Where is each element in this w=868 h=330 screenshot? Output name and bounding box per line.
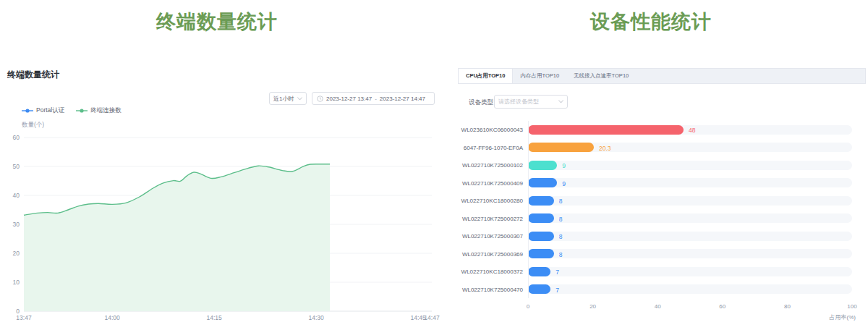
- device-label: WL022710K725000307: [458, 233, 523, 240]
- right-section-title: 设备性能统计: [434, 9, 868, 35]
- device-type-placeholder: 请选择设备类型: [498, 98, 539, 106]
- chevron-down-icon: [558, 100, 563, 103]
- bar-track: [528, 161, 852, 170]
- bar-row: WL022710K7250001029: [458, 156, 868, 174]
- bar-value: 8: [559, 198, 563, 205]
- y-tick-label: 0: [16, 308, 20, 315]
- legend-item[interactable]: 终端连接数: [76, 106, 122, 115]
- y-tick-label: 60: [13, 134, 20, 141]
- y-axis-name: 数量(个): [22, 121, 44, 130]
- x-tick-label: 13:47: [16, 314, 32, 321]
- date-range-start: 2023-12-27 13:47: [326, 96, 372, 102]
- bar-row: WL022710KC180002808: [458, 192, 868, 210]
- bar-track: [528, 232, 852, 241]
- device-label: WL022710K725000272: [458, 216, 523, 222]
- date-range-separator: -: [375, 96, 377, 102]
- bar: [528, 232, 554, 241]
- time-range-select[interactable]: 近1小时: [269, 92, 307, 105]
- device-label: WL022710K725000102: [458, 162, 523, 169]
- legend-marker-icon: [22, 108, 33, 114]
- bar-row: WL022710K7250004707: [458, 281, 868, 299]
- x-tick-label: 14:30: [309, 314, 325, 321]
- bar-track: [528, 213, 852, 223]
- x-tick-label: 80: [784, 303, 791, 310]
- tab-1[interactable]: 内存占用TOP10: [513, 69, 566, 83]
- terminal-count-chart: 010203040506013:4714:0014:1514:3014:4514…: [0, 132, 443, 326]
- bar-value: 8: [559, 216, 563, 223]
- bar: [528, 161, 557, 170]
- device-type-select[interactable]: 请选择设备类型: [494, 95, 568, 109]
- x-tick-label: 40: [655, 303, 661, 310]
- performance-tabs: CPU占用TOP10内存占用TOP10无线接入点速率TOP10: [458, 68, 866, 84]
- bar-value: 8: [559, 251, 563, 258]
- bar: [528, 125, 684, 135]
- clock-icon: [317, 96, 323, 102]
- y-tick-label: 50: [13, 163, 20, 170]
- device-label: WL022710K725000470: [458, 287, 523, 293]
- bar-value: 8: [559, 233, 563, 240]
- bar: [528, 196, 554, 206]
- date-range-end: 2023-12-27 14:47: [380, 96, 425, 102]
- x-tick-label: 14:15: [207, 314, 223, 321]
- x-axis-name: 占用率(%): [830, 313, 856, 321]
- bar-value: 9: [562, 180, 566, 187]
- device-label: WL022710K725000409: [458, 180, 523, 187]
- x-tick-label: 60: [719, 303, 726, 310]
- time-range-value: 近1小时: [273, 95, 294, 103]
- device-label: WL022710K725000369: [458, 251, 523, 258]
- bar: [528, 249, 554, 258]
- device-label: WL022710KC18000372: [458, 268, 523, 275]
- chevron-down-icon: [297, 97, 302, 101]
- bar-track: [528, 178, 852, 187]
- bar-value: 48: [689, 127, 695, 134]
- bar: [528, 143, 594, 152]
- bar-value: 9: [562, 162, 566, 169]
- tab-0[interactable]: CPU占用TOP10: [459, 69, 513, 83]
- line-chart-legend: Portal认证 终端连接数: [22, 106, 122, 115]
- x-tick-label: 14:00: [105, 314, 121, 321]
- bar: [528, 213, 554, 223]
- bar-value: 7: [556, 287, 559, 294]
- bar: [528, 267, 550, 276]
- y-tick-label: 10: [13, 279, 20, 286]
- bar-axis-line: [528, 121, 529, 298]
- device-label: WL023610KC06000043: [458, 127, 523, 133]
- terminal-panel-title: 终端数量统计: [7, 69, 59, 81]
- x-tick-label: 0: [527, 303, 529, 310]
- y-tick-label: 20: [13, 250, 20, 257]
- bar-row: WL022710K7250003078: [458, 227, 868, 245]
- bar-row: WL022710K7250002728: [458, 210, 868, 228]
- legend-item[interactable]: Portal认证: [22, 106, 64, 115]
- bar-track: [528, 284, 852, 294]
- bar-value: 20.3: [599, 145, 611, 152]
- y-tick-label: 40: [13, 192, 20, 199]
- series-area: [24, 164, 330, 311]
- bar-track: [528, 196, 852, 206]
- bar-track: [528, 249, 852, 258]
- x-tick-label: 14:47: [424, 314, 440, 321]
- device-label: 6047-FF96-1070-EF0A: [458, 145, 523, 151]
- dashboard: 终端数量统计 设备性能统计 终端数量统计 近1小时 2023-12-27 13:…: [0, 0, 868, 330]
- bar-track: [528, 267, 852, 276]
- left-section-title: 终端数量统计: [0, 9, 434, 35]
- y-tick-label: 30: [13, 221, 20, 228]
- x-tick-label: 20: [590, 303, 596, 310]
- date-range-picker[interactable]: 2023-12-27 13:47 - 2023-12-27 14:47: [312, 92, 435, 105]
- cpu-top10-chart: WL023610KC06000043486047-FF96-1070-EF0A2…: [458, 121, 868, 327]
- bar-row: WL022710K7250003698: [458, 245, 868, 263]
- bar: [528, 284, 550, 294]
- device-type-label: 设备类型: [469, 98, 493, 107]
- legend-marker-icon: [76, 108, 88, 114]
- bar: [528, 178, 557, 187]
- bar-row: WL022710K7250004099: [458, 174, 868, 192]
- bar-row: WL023610KC0600004348: [458, 121, 868, 139]
- tab-2[interactable]: 无线接入点速率TOP10: [566, 69, 636, 83]
- device-label: WL022710KC18000280: [458, 198, 523, 204]
- bar-row: 6047-FF96-1070-EF0A20.3: [458, 139, 868, 157]
- bar-row: WL022710KC180003727: [458, 263, 868, 281]
- bar-value: 7: [556, 268, 559, 276]
- x-tick-label: 100: [847, 303, 856, 310]
